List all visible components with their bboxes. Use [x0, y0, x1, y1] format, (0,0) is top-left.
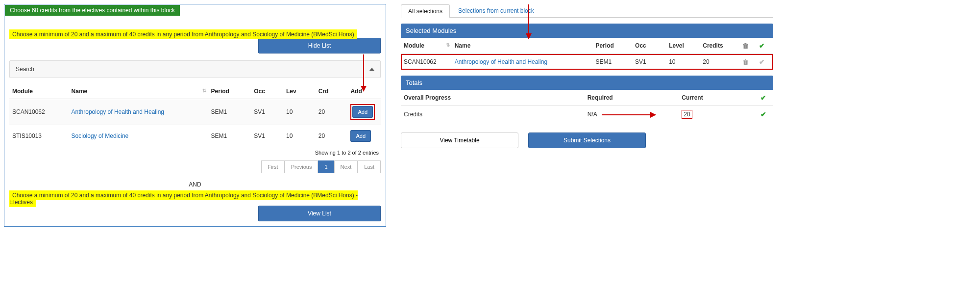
totals-header: Totals	[401, 76, 773, 90]
sel-col-name[interactable]: Name	[452, 38, 593, 54]
current-value: 20	[679, 106, 758, 123]
sel-col-level[interactable]: Level	[666, 38, 700, 54]
crd-cell: 20	[316, 125, 348, 147]
selected-row: SCAN10062 Anthropology of Health and Hea…	[401, 54, 773, 70]
col-name[interactable]: Name⇅	[69, 84, 208, 99]
entries-info: Showing 1 to 2 of 2 entries	[9, 147, 381, 159]
sel-col-module[interactable]: Module⇅	[401, 38, 452, 54]
check-icon: ✔	[760, 110, 766, 118]
sort-icon: ⇅	[202, 88, 205, 93]
page-prev[interactable]: Previous	[285, 160, 318, 173]
col-lev[interactable]: Lev	[283, 84, 316, 99]
current-label: Current	[679, 90, 758, 106]
col-add: Add	[347, 84, 381, 99]
tab-all-selections[interactable]: All selections	[401, 4, 450, 18]
page-next[interactable]: Next	[334, 160, 358, 173]
collapse-icon	[369, 68, 374, 71]
page-1[interactable]: 1	[318, 160, 334, 173]
check-icon: ✔	[759, 42, 765, 50]
annotation-arrow-icon	[363, 54, 364, 91]
annotation-arrow-icon	[528, 4, 529, 39]
sel-col-period[interactable]: Period	[593, 38, 633, 54]
add-button[interactable]: Add	[350, 130, 371, 142]
col-module[interactable]: Module	[9, 84, 69, 99]
period-cell: SEM1	[208, 125, 251, 147]
credits-row-label: Credits	[401, 106, 585, 123]
selected-table: Module⇅ Name Period Occ Level Credits 🗑 …	[401, 38, 773, 70]
trash-icon: 🗑	[742, 42, 749, 50]
submit-selections-button[interactable]: Submit Selections	[528, 133, 646, 148]
lev-cell: 10	[283, 99, 316, 125]
module-link[interactable]: Sociology of Medicine	[72, 133, 129, 139]
totals-row: Credits N/A 20 ✔	[401, 106, 773, 123]
and-separator: AND	[9, 173, 381, 192]
selected-modules-header: Selected Modules	[401, 24, 773, 38]
rule-block: Choose 60 credits from the electives con…	[4, 4, 386, 227]
sel-credits: 20	[700, 54, 739, 70]
module-code: STIS10013	[9, 125, 69, 147]
col-occ[interactable]: Occ	[251, 84, 283, 99]
hide-list-button[interactable]: Hide List	[258, 38, 381, 53]
check-icon: ✔	[760, 94, 766, 102]
table-row: SCAN10062 Anthropology of Health and Hea…	[9, 99, 381, 125]
sort-icon: ⇅	[446, 42, 449, 48]
required-label: Required	[585, 90, 679, 106]
view-timetable-button[interactable]: View Timetable	[401, 133, 518, 148]
sel-period: SEM1	[593, 54, 633, 70]
selections-panel: All selections Selections from current b…	[401, 4, 773, 148]
confirm-button[interactable]: ✔	[759, 58, 765, 66]
paginator: First Previous 1 Next Last	[9, 160, 381, 173]
occ-cell: SV1	[251, 125, 283, 147]
sel-module: SCAN10062	[401, 54, 452, 70]
overall-progress-label: Overall Progress	[401, 90, 585, 106]
search-accordion[interactable]: Search	[9, 60, 381, 78]
sel-col-credits[interactable]: Credits	[700, 38, 739, 54]
page-first[interactable]: First	[261, 160, 284, 173]
rule-message-1: Choose a minimum of 20 and a maximum of …	[9, 29, 357, 39]
period-cell: SEM1	[208, 99, 251, 125]
sel-level: 10	[666, 54, 700, 70]
required-value: N/A	[585, 106, 679, 123]
sel-col-occ[interactable]: Occ	[632, 38, 666, 54]
module-link[interactable]: Anthropology of Health and Healing	[72, 108, 164, 115]
view-list-button[interactable]: View List	[258, 206, 381, 221]
col-period[interactable]: Period	[208, 84, 251, 99]
totals-table: Overall Progress Required Current ✔ Cred…	[401, 90, 773, 123]
crd-cell: 20	[316, 99, 348, 125]
remove-button[interactable]: 🗑	[742, 58, 749, 66]
annotation-arrow-icon	[602, 114, 656, 115]
table-row: STIS10013 Sociology of Medicine SEM1 SV1…	[9, 125, 381, 147]
lev-cell: 10	[283, 125, 316, 147]
module-table: Module Name⇅ Period Occ Lev Crd Add	[9, 84, 381, 147]
block-header: Choose 60 credits from the electives con…	[4, 4, 180, 16]
occ-cell: SV1	[251, 99, 283, 125]
page-last[interactable]: Last	[358, 160, 381, 173]
tabs: All selections Selections from current b…	[401, 4, 773, 18]
search-label: Search	[16, 66, 34, 73]
sel-occ: SV1	[632, 54, 666, 70]
col-crd[interactable]: Crd	[316, 84, 348, 99]
add-button[interactable]: Add	[352, 106, 373, 118]
rule-message-2: Choose a minimum of 20 and a maximum of …	[9, 190, 358, 207]
sel-module-link[interactable]: Anthropology of Health and Healing	[455, 58, 547, 65]
module-code: SCAN10062	[9, 99, 69, 125]
